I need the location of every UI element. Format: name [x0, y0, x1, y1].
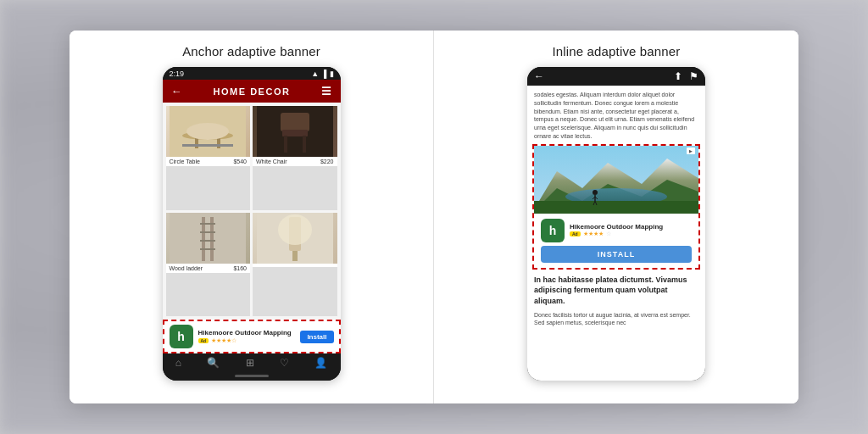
- anchor-ad-banner: h Hikemoore Outdoor Mapping Ad ★★★★☆ Ins…: [163, 320, 341, 353]
- left-panel: Anchor adaptive banner 2:19 ▲ ▐ ▮ ← HOME…: [70, 31, 434, 403]
- svg-rect-7: [281, 113, 309, 131]
- product-name-1: Circle Table: [170, 159, 200, 164]
- right-phone-mockup: ← ⬆ ⚑ sodales egestas. Aliquam interdum …: [527, 67, 705, 381]
- ad-app-name: Hikemoore Outdoor Mapping: [198, 329, 296, 337]
- ad-install-button[interactable]: Install: [300, 331, 333, 343]
- grid-item-1[interactable]: Circle Table $540: [166, 106, 251, 210]
- ad-badge-row: Ad ★★★★☆: [198, 337, 296, 344]
- svg-rect-10: [303, 136, 306, 153]
- nav-home-icon[interactable]: ⌂: [175, 357, 181, 369]
- svg-rect-8: [282, 130, 308, 136]
- inline-ad-app-row: h Hikemoore Outdoor Mapping Ad ★★★★☆: [541, 219, 692, 242]
- product-image-3: [166, 213, 251, 264]
- main-card: Anchor adaptive banner 2:19 ▲ ▐ ▮ ← HOME…: [70, 31, 798, 403]
- left-panel-title: Anchor adaptive banner: [182, 44, 320, 58]
- nav-profile-icon[interactable]: 👤: [314, 357, 327, 369]
- product-image-1: [166, 106, 251, 157]
- right-phone-content: sodales egestas. Aliquam interdum dolor …: [527, 86, 705, 381]
- back-icon[interactable]: ←: [171, 85, 183, 97]
- status-icons: ▲ ▐ ▮: [311, 70, 333, 78]
- product-caption-4: [253, 264, 337, 267]
- product-name-3: Wood ladder: [170, 265, 203, 271]
- article-end-text: Donec facilisis tortor ut augue lacinia,…: [527, 309, 705, 331]
- svg-rect-16: [200, 231, 215, 233]
- article-bold-text: In hac habitasse platea dictumst. Vivamu…: [527, 270, 705, 309]
- right-panel: Inline adaptive banner ← ⬆ ⚑ sodales ege…: [434, 31, 798, 403]
- bookmark-icon[interactable]: ⚑: [689, 70, 698, 82]
- inline-ad-badge: Ad: [570, 231, 581, 236]
- phone-nav-bar: ⌂ 🔍 ⊞ ♡ 👤: [163, 353, 341, 370]
- product-caption-3: Wood ladder $160: [166, 264, 251, 273]
- svg-point-21: [278, 214, 312, 245]
- svg-rect-18: [200, 248, 215, 250]
- svg-point-28: [593, 190, 598, 195]
- ad-image: ▶: [534, 146, 698, 214]
- ad-badge: Ad: [198, 338, 209, 343]
- product-caption-1: Circle Table $540: [166, 157, 251, 166]
- ad-small-badge: ▶: [687, 147, 695, 154]
- svg-rect-12: [170, 213, 246, 264]
- svg-rect-5: [182, 144, 233, 147]
- status-time: 2:19: [170, 70, 185, 78]
- svg-rect-15: [200, 223, 215, 225]
- nav-cart-icon[interactable]: ⊞: [246, 357, 254, 369]
- product-grid: Circle Table $540: [163, 103, 341, 320]
- signal-icon: ▐: [321, 70, 326, 78]
- inline-ad-app-name: Hikemoore Outdoor Mapping: [570, 223, 692, 231]
- product-image-2: [253, 106, 337, 157]
- product-caption-2: White Chair $220: [253, 157, 337, 166]
- phone-content: Circle Table $540: [163, 103, 341, 353]
- right-panel-title: Inline adaptive banner: [553, 44, 681, 58]
- share-icon[interactable]: ⬆: [674, 70, 682, 82]
- phone-bottom-bar: [163, 370, 341, 381]
- nav-search-icon[interactable]: 🔍: [207, 357, 220, 369]
- ad-app-icon: h: [170, 325, 193, 348]
- wifi-icon: ▲: [311, 70, 319, 78]
- inline-ad-info: Hikemoore Outdoor Mapping Ad ★★★★☆: [570, 223, 692, 237]
- grid-item-4[interactable]: [253, 213, 337, 317]
- inline-ad-badge-row: Ad ★★★★☆: [570, 231, 692, 237]
- svg-point-4: [186, 123, 229, 140]
- product-price-3: $160: [233, 265, 247, 271]
- filter-icon[interactable]: ☰: [321, 85, 332, 97]
- home-indicator: [235, 375, 269, 377]
- ad-stars: ★★★★☆: [211, 337, 236, 344]
- svg-rect-9: [284, 136, 287, 153]
- left-phone-mockup: 2:19 ▲ ▐ ▮ ← HOME DECOR ☰: [163, 67, 341, 381]
- article-text-top: sodales egestas. Aliquam interdum dolor …: [527, 86, 705, 144]
- nav-heart-icon[interactable]: ♡: [280, 357, 289, 369]
- inline-ad-banner: ▶ h Hikemoore Outdoor Mapping Ad ★★★★☆: [532, 144, 700, 270]
- product-name-2: White Chair: [256, 159, 287, 164]
- back-arrow-icon[interactable]: ←: [534, 70, 544, 82]
- svg-rect-27: [534, 201, 698, 214]
- phone-status-bar: 2:19 ▲ ▐ ▮: [163, 67, 341, 80]
- inline-ad-stars: ★★★★: [583, 231, 604, 237]
- inline-install-button[interactable]: INSTALL: [541, 246, 692, 263]
- inline-ad-app-icon: h: [541, 219, 565, 242]
- product-price-1: $540: [233, 159, 247, 164]
- phone-app-header: ← HOME DECOR ☰: [163, 80, 341, 103]
- product-price-2: $220: [320, 159, 334, 164]
- grid-item-3[interactable]: Wood ladder $160: [166, 213, 251, 317]
- right-phone-header: ← ⬆ ⚑: [527, 67, 705, 86]
- product-image-4: [253, 213, 337, 264]
- grid-item-2[interactable]: White Chair $220: [253, 106, 337, 210]
- svg-rect-22: [292, 251, 298, 261]
- inline-ad-bottom: h Hikemoore Outdoor Mapping Ad ★★★★☆ INS…: [534, 214, 698, 268]
- battery-icon: ▮: [330, 70, 334, 78]
- svg-rect-17: [200, 240, 215, 242]
- app-header-title: HOME DECOR: [214, 86, 291, 97]
- ad-info: Hikemoore Outdoor Mapping Ad ★★★★☆: [198, 329, 296, 344]
